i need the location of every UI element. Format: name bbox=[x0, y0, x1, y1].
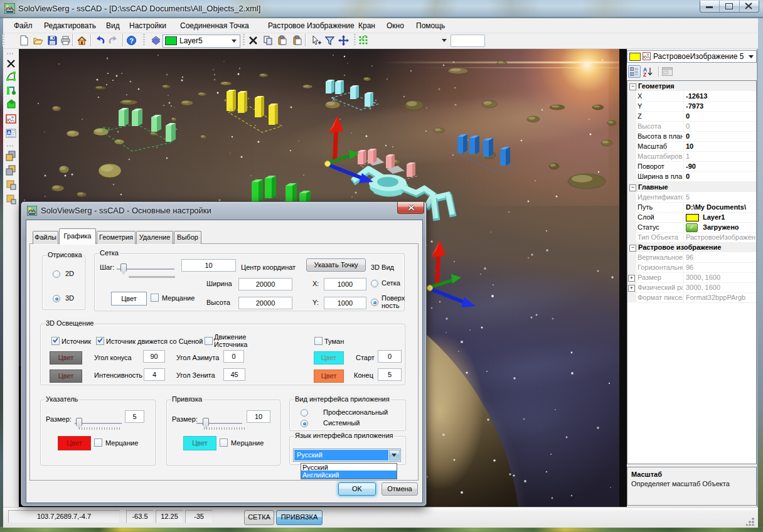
svg-text:Z: Z bbox=[643, 72, 646, 77]
svg-text:A: A bbox=[8, 130, 11, 136]
svg-text:?: ? bbox=[129, 37, 134, 45]
